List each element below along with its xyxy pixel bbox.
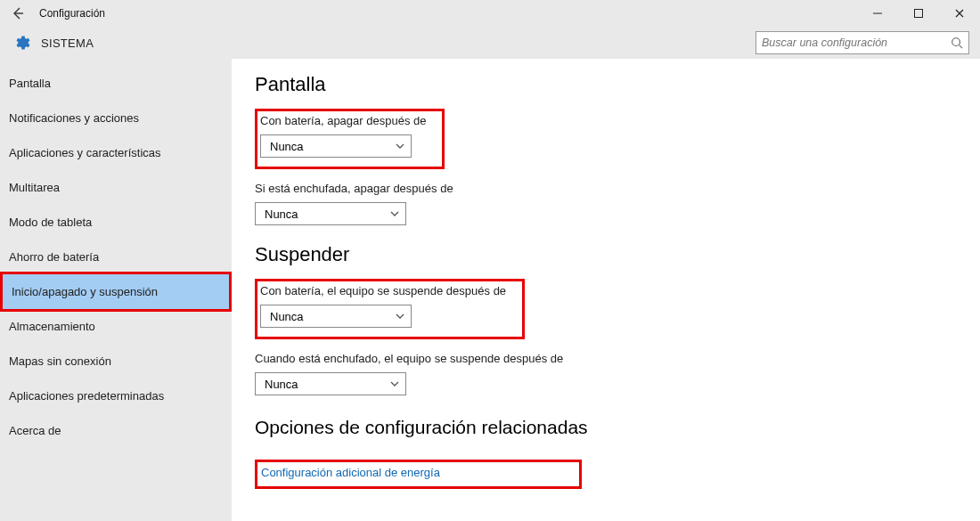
sidebar-item-acerca[interactable]: Acerca de [0, 413, 232, 448]
select-value: Nunca [270, 310, 304, 323]
sidebar-item-pantalla[interactable]: Pantalla [0, 66, 232, 101]
back-arrow-icon [11, 6, 25, 20]
svg-point-1 [952, 38, 960, 46]
close-button[interactable] [939, 0, 980, 27]
page-title: SISTEMA [41, 37, 94, 50]
sidebar-item-label: Almacenamiento [9, 320, 95, 333]
sidebar-item-label: Notificaciones y acciones [9, 111, 139, 125]
sidebar-item-label: Multitarea [9, 181, 60, 194]
chevron-down-icon [389, 379, 400, 389]
select-value: Nunca [270, 140, 304, 153]
sidebar-item-almacenamiento[interactable]: Almacenamiento [0, 309, 232, 344]
highlight-block-battery-suspend: Con batería, el equipo se suspende despu… [255, 279, 525, 339]
highlight-block-link: Configuración adicional de energía [255, 460, 582, 489]
sidebar-item-inicio-apagado[interactable]: Inicio/apagado y suspensión [3, 274, 229, 309]
select-value: Nunca [265, 208, 298, 221]
chevron-down-icon [395, 141, 405, 151]
battery-suspend-label: Con batería, el equipo se suspende despu… [260, 284, 506, 297]
plugged-screen-select[interactable]: Nunca [255, 202, 406, 225]
sidebar-item-label: Acerca de [9, 424, 61, 437]
section-heading-related: Opciones de configuración relacionadas [255, 417, 957, 438]
svg-rect-0 [915, 10, 923, 18]
sidebar: Pantalla Notificaciones y acciones Aplic… [0, 59, 232, 521]
sidebar-item-label: Aplicaciones y características [9, 146, 161, 159]
sidebar-item-mapas[interactable]: Mapas sin conexión [0, 344, 232, 379]
close-icon [954, 8, 965, 19]
select-value: Nunca [265, 378, 298, 391]
maximize-button[interactable] [898, 0, 939, 27]
sidebar-item-predeterminadas[interactable]: Aplicaciones predeterminadas [0, 379, 232, 413]
minimize-button[interactable] [857, 0, 898, 27]
sidebar-item-tableta[interactable]: Modo de tableta [0, 205, 232, 240]
battery-screen-label: Con batería, apagar después de [260, 114, 426, 127]
sidebar-item-label: Mapas sin conexión [9, 354, 111, 368]
minimize-icon [872, 8, 883, 19]
titlebar: Configuración [0, 0, 980, 27]
window-title: Configuración [39, 7, 105, 20]
search-input[interactable] [762, 37, 951, 49]
sidebar-item-label: Aplicaciones predeterminadas [9, 389, 164, 403]
section-heading-suspender: Suspender [255, 243, 957, 266]
sidebar-item-label: Pantalla [9, 77, 51, 90]
sidebar-item-notificaciones[interactable]: Notificaciones y acciones [0, 101, 232, 135]
window-controls [857, 0, 980, 27]
plugged-screen-label: Si está enchufada, apagar después de [255, 182, 957, 195]
related-settings-link[interactable]: Configuración adicional de energía [261, 466, 440, 479]
search-box[interactable] [755, 31, 969, 54]
plugged-suspend-select[interactable]: Nunca [255, 372, 406, 395]
highlight-sidebar: Inicio/apagado y suspensión [0, 272, 232, 312]
plugged-suspend-label: Cuando está enchufado, el equipo se susp… [255, 352, 957, 365]
back-button[interactable] [5, 6, 30, 20]
sidebar-item-label: Modo de tableta [9, 216, 92, 229]
sidebar-item-multitarea[interactable]: Multitarea [0, 170, 232, 205]
battery-screen-select[interactable]: Nunca [260, 134, 412, 158]
chevron-down-icon [389, 208, 400, 219]
search-icon [951, 37, 963, 49]
sidebar-item-aplicaciones[interactable]: Aplicaciones y características [0, 135, 232, 170]
chevron-down-icon [395, 311, 405, 322]
highlight-block-battery-screen: Con batería, apagar después de Nunca [255, 109, 445, 169]
sidebar-item-label: Ahorro de batería [9, 250, 99, 264]
page-header: SISTEMA [0, 27, 980, 59]
content-panel: Pantalla Con batería, apagar después de … [232, 59, 980, 521]
battery-suspend-select[interactable]: Nunca [260, 305, 412, 328]
section-heading-pantalla: Pantalla [255, 73, 957, 96]
sidebar-item-bateria[interactable]: Ahorro de batería [0, 240, 232, 274]
maximize-icon [913, 8, 924, 19]
sidebar-item-label: Inicio/apagado y suspensión [12, 285, 158, 298]
gear-icon [12, 34, 30, 52]
